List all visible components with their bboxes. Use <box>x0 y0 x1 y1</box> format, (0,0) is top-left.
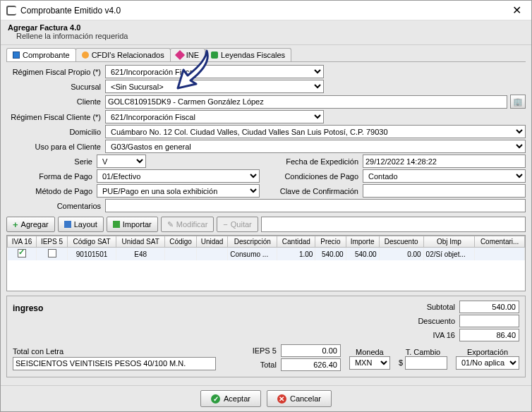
book-icon <box>211 52 218 59</box>
tab-label: CFDI's Relacionados <box>92 51 164 59</box>
lbl-fecha: Fecha de Expedición <box>272 157 363 166</box>
col-unidad-sat[interactable]: Unidad SAT <box>116 236 165 248</box>
cell-descripcion: Consumo ... <box>228 248 277 261</box>
domicilio-select[interactable]: Cuámbaro No. 12 Col. Ciudad Valles, Ciud… <box>105 125 526 138</box>
cancelar-button[interactable]: ✕Cancelar <box>267 390 332 407</box>
btn-label: Layout <box>74 220 97 229</box>
check-icon: ✓ <box>211 394 220 404</box>
serie-select[interactable]: V <box>97 154 146 168</box>
importar-button[interactable]: Importar <box>107 217 158 232</box>
agregar-button[interactable]: +Agregar <box>6 217 55 232</box>
cell-objimp: 02/Sí objet... <box>423 248 475 261</box>
col-precio[interactable]: Precio <box>315 236 346 248</box>
col-descuento[interactable]: Descuento <box>379 236 423 248</box>
minus-icon: − <box>223 220 227 229</box>
btn-label: Modificar <box>176 220 208 229</box>
condiciones-pago-select[interactable]: Contado <box>363 169 526 183</box>
clave-confirmacion-input[interactable] <box>363 184 526 198</box>
tab-label: Leyendas Fiscales <box>221 51 285 59</box>
exportacion-select[interactable]: 01/No aplica <box>456 356 519 370</box>
lbl-iva16-total: IVA 16 <box>403 331 459 339</box>
tcambio-input[interactable] <box>405 356 447 370</box>
iva16-checkbox[interactable] <box>18 249 26 258</box>
btn-label: Importar <box>123 220 152 229</box>
fecha-expedicion-input[interactable] <box>363 154 526 168</box>
col-objimp[interactable]: Obj Imp <box>423 236 475 248</box>
close-icon[interactable]: ✕ <box>508 4 526 17</box>
dialog-footer: ✓Aceptar ✕Cancelar <box>1 385 531 411</box>
toolbar-search-input[interactable] <box>261 217 526 232</box>
col-iva16[interactable]: IVA 16 <box>8 236 37 248</box>
ieps5-value <box>281 344 341 357</box>
col-unidad[interactable]: Unidad <box>196 236 227 248</box>
cell-descuento: 0.00 <box>379 248 423 261</box>
currency-symbol: $ <box>399 358 403 367</box>
layout-button[interactable]: Layout <box>58 217 104 232</box>
summary-panel: ingreso Subtotal Descuento IVA 16 Total … <box>6 296 526 377</box>
quitar-button: −Quitar <box>217 217 258 232</box>
app-window: Comprobante Emitido v4.0 ✕ Agregar Factu… <box>0 0 532 412</box>
items-grid[interactable]: IVA 16 IEPS 5 Código SAT Unidad SAT Códi… <box>6 235 526 291</box>
cell-cantidad: 1.00 <box>277 248 315 261</box>
col-comentarios[interactable]: Comentari... <box>475 236 525 248</box>
app-icon <box>6 6 16 16</box>
lbl-moneda: Moneda <box>356 348 384 356</box>
lbl-sucursal: Sucursal <box>6 83 105 91</box>
page-header: Agregar Factura 4.0 Rellene la informaci… <box>1 20 531 45</box>
col-codigo-sat[interactable]: Código SAT <box>67 236 116 248</box>
tab-label: Comprobante <box>23 51 70 59</box>
lbl-subtotal: Subtotal <box>403 303 459 311</box>
tab-label: INE <box>186 51 199 59</box>
descuento-value <box>459 315 519 327</box>
cell-importe: 540.00 <box>346 248 379 261</box>
lbl-domicilio: Domicilio <box>6 128 105 136</box>
total-value <box>281 358 341 371</box>
lbl-total: Total <box>224 360 281 369</box>
grid-header-row: IVA 16 IEPS 5 Código SAT Unidad SAT Códi… <box>8 236 525 248</box>
uso-cliente-select[interactable]: G03/Gastos en general <box>105 140 526 153</box>
table-row[interactable]: 90101501 E48 Consumo ... 1.00 540.00 540… <box>8 248 525 261</box>
tab-comprobante[interactable]: Comprobante <box>6 48 76 61</box>
cell-codigo-sat: 90101501 <box>67 248 116 261</box>
subtotal-value <box>459 301 519 313</box>
col-codigo[interactable]: Código <box>165 236 196 248</box>
btn-label: Aceptar <box>224 394 250 403</box>
col-importe[interactable]: Importe <box>346 236 379 248</box>
regimen-propio-select[interactable]: 621/Incorporación Fiscal <box>105 65 324 78</box>
btn-label: Agregar <box>21 220 49 229</box>
cell-unidad-sat: E48 <box>116 248 165 261</box>
col-cantidad[interactable]: Cantidad <box>277 236 315 248</box>
items-toolbar: +Agregar Layout Importar ✎Modificar −Qui… <box>6 217 526 232</box>
metodo-pago-select[interactable]: PUE/Pago en una sola exhibición <box>97 184 260 198</box>
col-ieps5[interactable]: IEPS 5 <box>37 236 68 248</box>
cliente-lookup-button[interactable]: 🏢 <box>510 95 526 109</box>
header-title: Agregar Factura 4.0 <box>8 23 524 32</box>
forma-pago-select[interactable]: 01/Efectivo <box>97 169 260 183</box>
lbl-condiciones: Condiciones de Pago <box>272 172 363 181</box>
link-icon <box>82 52 89 59</box>
lbl-cliente: Cliente <box>6 97 105 106</box>
lbl-tcambio: T. Cambio <box>406 348 441 356</box>
tab-cfdis-relacionados[interactable]: CFDI's Relacionados <box>75 48 171 61</box>
comentarios-input[interactable] <box>105 199 526 212</box>
lbl-descuento-total: Descuento <box>403 317 459 325</box>
cell-unidad <box>196 248 227 261</box>
regimen-cliente-select[interactable]: 621/Incorporación Fiscal <box>105 110 324 123</box>
tab-ine[interactable]: INE <box>170 48 205 61</box>
import-icon <box>113 221 120 228</box>
sucursal-select[interactable]: <Sin Sucursal> <box>105 80 324 93</box>
iva16-value <box>459 329 519 341</box>
layout-icon <box>64 221 71 228</box>
lbl-forma: Forma de Pago <box>6 172 97 181</box>
moneda-select[interactable]: MXN <box>349 356 390 370</box>
lbl-comentarios: Comentarios <box>6 202 105 210</box>
lbl-exportacion: Exportación <box>467 348 508 356</box>
tab-leyendas-fiscales[interactable]: Leyendas Fiscales <box>205 48 291 61</box>
lbl-uso: Uso para el Cliente <box>6 143 105 151</box>
ieps5-checkbox[interactable] <box>48 249 56 258</box>
window-title: Comprobante Emitido v4.0 <box>20 6 508 16</box>
aceptar-button[interactable]: ✓Aceptar <box>200 390 261 407</box>
cliente-input[interactable] <box>105 95 507 109</box>
col-descripcion[interactable]: Descripción <box>228 236 277 248</box>
modificar-button: ✎Modificar <box>161 217 214 232</box>
